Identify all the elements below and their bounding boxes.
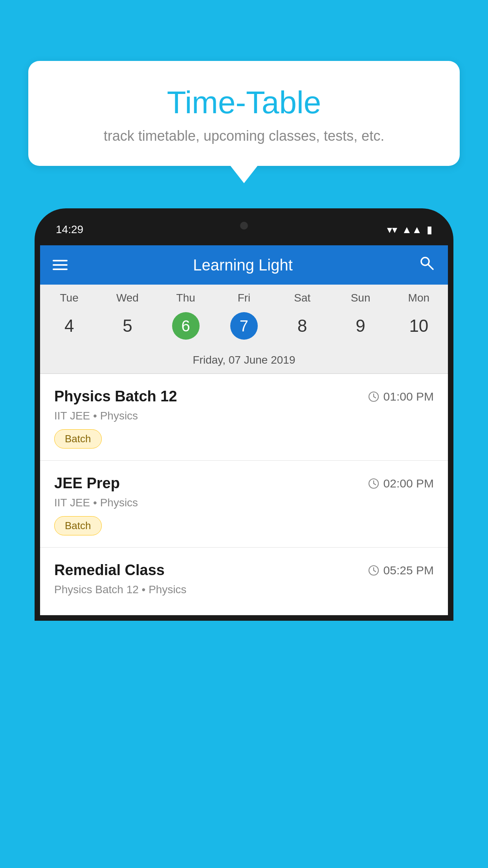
schedule-list: Physics Batch 12 01:00 PM IIT JEE • Phys… [40,374,448,615]
day-8[interactable]: 8 [273,312,331,340]
schedule-item-3-time: 05:25 PM [368,564,434,577]
status-bar: 14:29 ▾▾ ▲▲ ▮ [40,214,448,245]
search-icon[interactable] [418,254,435,276]
day-header-mon: Mon [390,292,448,304]
app-title: Learning Light [193,256,293,274]
day-5[interactable]: 5 [98,312,156,340]
clock-icon [368,391,380,403]
bubble-subtitle: track timetable, upcoming classes, tests… [48,128,440,144]
schedule-item-2: JEE Prep 02:00 PM IIT JEE • Physics Batc… [40,461,448,548]
day-header-sat: Sat [273,292,331,304]
day-numbers: 4 5 6 7 8 9 10 [40,308,448,348]
battery-icon: ▮ [427,224,432,236]
schedule-item-1-meta: IIT JEE • Physics [54,410,434,422]
phone-screen: Learning Light Tue Wed Thu Fri Sat Sun [40,245,448,615]
batch-tag-2: Batch [54,516,102,535]
phone-frame: 14:29 ▾▾ ▲▲ ▮ Learning Light [35,208,453,621]
schedule-item-2-meta: IIT JEE • Physics [54,497,434,509]
day-headers: Tue Wed Thu Fri Sat Sun Mon [40,285,448,308]
svg-line-10 [374,570,376,572]
day-4[interactable]: 4 [40,312,98,340]
selected-date-label: Friday, 07 June 2019 [40,348,448,374]
schedule-item-1-header: Physics Batch 12 01:00 PM [54,388,434,405]
day-header-tue: Tue [40,292,98,304]
svg-line-7 [374,484,376,485]
schedule-item-1-title: Physics Batch 12 [54,388,177,405]
day-7-selected[interactable]: 7 [230,312,258,340]
schedule-item-3-title: Remedial Class [54,562,165,579]
clock-icon-2 [368,478,380,489]
clock-icon-3 [368,565,380,576]
calendar-section: Tue Wed Thu Fri Sat Sun Mon 4 5 6 7 8 9 … [40,285,448,374]
schedule-item-3-header: Remedial Class 05:25 PM [54,562,434,579]
signal-icon: ▲▲ [402,224,422,236]
day-header-sun: Sun [331,292,389,304]
day-10[interactable]: 10 [390,312,448,340]
wifi-icon: ▾▾ [387,224,397,236]
phone-wrapper: 14:29 ▾▾ ▲▲ ▮ Learning Light [35,208,453,868]
day-header-wed: Wed [98,292,156,304]
day-header-thu: Thu [157,292,215,304]
schedule-item-1: Physics Batch 12 01:00 PM IIT JEE • Phys… [40,374,448,461]
batch-tag-1: Batch [54,429,102,449]
day-6-today[interactable]: 6 [172,312,200,340]
schedule-item-3: Remedial Class 05:25 PM Physics Batch 12… [40,548,448,615]
hamburger-line [53,268,68,270]
notch [209,214,279,237]
menu-button[interactable] [53,260,68,270]
status-time: 14:29 [56,223,83,236]
svg-line-4 [374,397,376,398]
bubble-title: Time-Table [48,85,440,121]
hamburger-line [53,264,68,266]
day-9[interactable]: 9 [331,312,389,340]
app-header: Learning Light [40,245,448,285]
hamburger-line [53,260,68,261]
camera [240,222,248,230]
day-header-fri: Fri [215,292,273,304]
schedule-item-2-header: JEE Prep 02:00 PM [54,475,434,492]
schedule-item-2-title: JEE Prep [54,475,120,492]
speech-bubble: Time-Table track timetable, upcoming cla… [28,61,460,166]
schedule-item-3-meta: Physics Batch 12 • Physics [54,583,434,596]
status-icons: ▾▾ ▲▲ ▮ [387,224,432,236]
svg-line-1 [428,265,433,270]
schedule-item-1-time: 01:00 PM [368,390,434,403]
schedule-item-2-time: 02:00 PM [368,477,434,490]
